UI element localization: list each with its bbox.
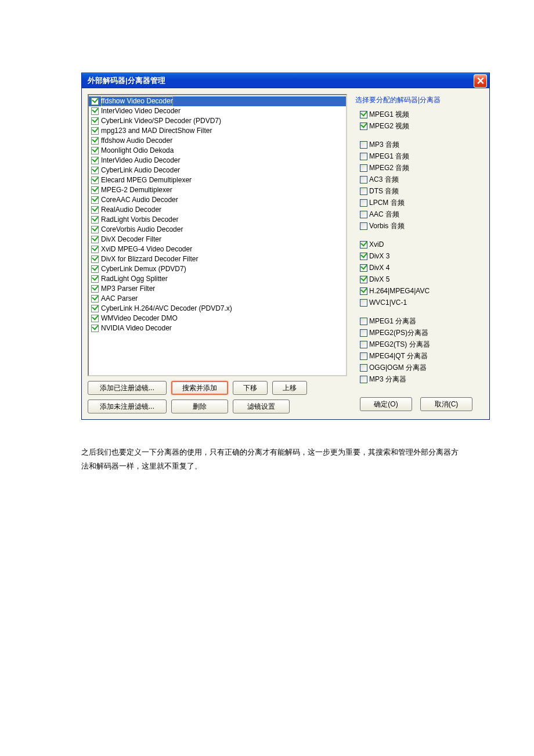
list-item[interactable]: MPEG-2 Demultiplexer: [89, 185, 346, 195]
checkbox-icon[interactable]: [360, 264, 367, 272]
checkbox-icon[interactable]: [360, 153, 367, 160]
checkbox-icon[interactable]: [91, 246, 99, 253]
checkbox-icon[interactable]: [91, 167, 99, 174]
format-checkbox-row[interactable]: AC3 音频: [360, 174, 484, 185]
list-item[interactable]: ffdshow Audio Decoder: [89, 136, 346, 146]
checkbox-icon[interactable]: [91, 236, 99, 243]
checkbox-icon[interactable]: [360, 364, 367, 372]
checkbox-icon[interactable]: [360, 352, 367, 360]
checkbox-icon[interactable]: [91, 325, 99, 332]
close-button[interactable]: [474, 74, 487, 88]
format-checkbox-row[interactable]: MP3 分离器: [360, 373, 484, 385]
checkbox-icon[interactable]: [91, 275, 99, 283]
format-checkbox-row[interactable]: Vorbis 音频: [360, 220, 484, 232]
cancel-button[interactable]: 取消(C): [420, 397, 472, 411]
format-checkbox-row[interactable]: MPEG1 分离器: [360, 315, 484, 327]
list-item[interactable]: CoreVorbis Audio Decoder: [89, 225, 346, 235]
checkbox-icon[interactable]: [91, 177, 99, 184]
checkbox-icon[interactable]: [91, 137, 99, 145]
list-item[interactable]: XviD MPEG-4 Video Decoder: [89, 244, 346, 254]
checkbox-icon[interactable]: [360, 123, 367, 130]
ok-button[interactable]: 确定(O): [360, 397, 412, 411]
checkbox-icon[interactable]: [360, 253, 367, 260]
list-item[interactable]: CyberLink H.264/AVC Decoder (PDVD7.x): [89, 304, 346, 314]
list-item[interactable]: RadLight Vorbis Decoder: [89, 215, 346, 225]
list-item[interactable]: WMVideo Decoder DMO: [89, 314, 346, 323]
checkbox-icon[interactable]: [360, 341, 367, 348]
list-item[interactable]: AAC Parser: [89, 294, 346, 304]
checkbox-icon[interactable]: [91, 226, 99, 233]
checkbox-icon[interactable]: [91, 107, 99, 115]
list-item[interactable]: CyberLink Audio Decoder: [89, 165, 346, 175]
checkbox-icon[interactable]: [360, 141, 367, 149]
format-checkbox-row[interactable]: MPEG1 音频: [360, 150, 484, 162]
delete-button[interactable]: 删除: [171, 399, 228, 413]
list-item[interactable]: DivX Decoder Filter: [89, 235, 346, 244]
list-item[interactable]: ffdshow Video Decoder: [89, 96, 346, 106]
checkbox-icon[interactable]: [91, 315, 99, 322]
list-item[interactable]: Moonlight Odio Dekoda: [89, 146, 346, 156]
checkbox-icon[interactable]: [91, 127, 99, 135]
filter-settings-button[interactable]: 滤镜设置: [233, 399, 290, 413]
checkbox-icon[interactable]: [360, 241, 367, 249]
decoder-listbox[interactable]: ffdshow Video DecoderInterVideo Video De…: [88, 94, 347, 376]
checkbox-icon[interactable]: [91, 186, 99, 194]
format-checkbox-row[interactable]: OGG|OGM 分离器: [360, 362, 484, 373]
checkbox-icon[interactable]: [360, 188, 367, 195]
list-item[interactable]: CoreAAC Audio Decoder: [89, 195, 346, 205]
checkbox-icon[interactable]: [91, 216, 99, 224]
format-checkbox-row[interactable]: MPEG2 音频: [360, 162, 484, 174]
format-checkbox-row[interactable]: MPEG2(TS) 分离器: [360, 339, 484, 350]
format-checkbox-row[interactable]: DivX 5: [360, 273, 484, 285]
checkbox-icon[interactable]: [91, 305, 99, 312]
checkbox-icon[interactable]: [360, 287, 367, 295]
list-item[interactable]: CyberLink Demux (PDVD7): [89, 264, 346, 274]
checkbox-icon[interactable]: [360, 222, 367, 230]
checkbox-icon[interactable]: [360, 199, 367, 207]
list-item[interactable]: DivX for Blizzard Decoder Filter: [89, 254, 346, 264]
checkbox-icon[interactable]: [360, 329, 367, 337]
checkbox-icon[interactable]: [360, 164, 367, 172]
checkbox-icon[interactable]: [91, 295, 99, 303]
checkbox-icon[interactable]: [91, 117, 99, 125]
format-checkbox-row[interactable]: DivX 4: [360, 262, 484, 273]
add-registered-filter-button[interactable]: 添加已注册滤镜...: [88, 381, 167, 395]
format-checkbox-row[interactable]: MPEG4|QT 分离器: [360, 350, 484, 362]
checkbox-icon[interactable]: [360, 318, 367, 325]
checkbox-icon[interactable]: [360, 299, 367, 307]
checkbox-icon[interactable]: [91, 285, 99, 293]
move-down-button[interactable]: 下移: [233, 381, 268, 395]
checkbox-icon[interactable]: [360, 111, 367, 118]
checkbox-icon[interactable]: [360, 276, 367, 283]
checkbox-icon[interactable]: [91, 98, 99, 105]
move-up-button[interactable]: 上移: [272, 381, 307, 395]
checkbox-icon[interactable]: [91, 255, 99, 263]
checkbox-icon[interactable]: [91, 265, 99, 273]
format-checkbox-row[interactable]: DivX 3: [360, 250, 484, 262]
checkbox-icon[interactable]: [91, 196, 99, 204]
checkbox-icon[interactable]: [360, 211, 367, 218]
format-checkbox-row[interactable]: MPEG2(PS)分离器: [360, 327, 484, 339]
list-item[interactable]: InterVideo Audio Decoder: [89, 156, 346, 165]
checkbox-icon[interactable]: [91, 157, 99, 164]
format-checkbox-row[interactable]: MPEG1 视频: [360, 109, 484, 120]
search-and-add-button[interactable]: 搜索并添加: [171, 381, 228, 395]
list-item[interactable]: RadLight Ogg Splitter: [89, 274, 346, 284]
format-checkbox-row[interactable]: WVC1|VC-1: [360, 297, 484, 308]
checkbox-icon[interactable]: [91, 147, 99, 154]
checkbox-icon[interactable]: [360, 376, 367, 383]
checkbox-icon[interactable]: [360, 176, 367, 183]
format-checkbox-row[interactable]: H.264|MPEG4|AVC: [360, 285, 484, 297]
list-item[interactable]: NVIDIA Video Decoder: [89, 323, 346, 333]
list-item[interactable]: RealAudio Decoder: [89, 205, 346, 215]
format-checkbox-row[interactable]: LPCM 音频: [360, 197, 484, 208]
list-item[interactable]: CyberLink Video/SP Decoder (PDVD7): [89, 116, 346, 126]
format-checkbox-row[interactable]: AAC 音频: [360, 208, 484, 220]
format-checkbox-row[interactable]: XviD: [360, 239, 484, 250]
checkbox-icon[interactable]: [91, 206, 99, 214]
format-checkbox-row[interactable]: MP3 音频: [360, 139, 484, 150]
list-item[interactable]: Elecard MPEG Demultiplexer: [89, 175, 346, 185]
add-unregistered-filter-button[interactable]: 添加未注册滤镜...: [88, 399, 167, 413]
list-item[interactable]: mpg123 and MAD DirectShow Filter: [89, 126, 346, 136]
list-item[interactable]: InterVideo Video Decoder: [89, 106, 346, 116]
